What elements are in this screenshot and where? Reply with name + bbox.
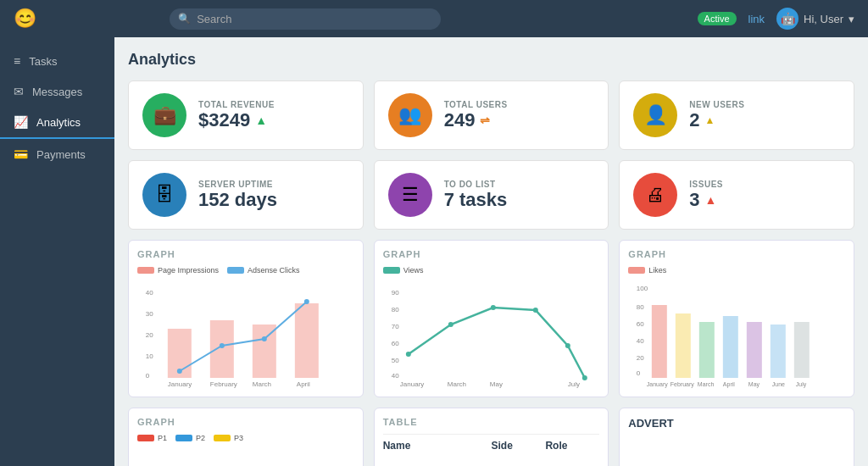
graphs-row: GRAPH Page Impressions Adsense Clicks 40 bbox=[128, 240, 854, 397]
todo-icon: ☰ bbox=[388, 173, 432, 217]
main-content: Analytics 💼 TOTAL REVENUE $3249 ▲ 👥 TOTA… bbox=[114, 37, 868, 466]
table-col-side: Side bbox=[491, 440, 545, 452]
avatar: 🤖 bbox=[776, 8, 798, 30]
sidebar-item-label: Analytics bbox=[36, 116, 81, 129]
svg-text:February: February bbox=[670, 381, 695, 388]
svg-text:100: 100 bbox=[637, 285, 648, 292]
svg-text:May: May bbox=[748, 381, 760, 388]
svg-rect-45 bbox=[794, 322, 810, 378]
legend-item-clicks: Adsense Clicks bbox=[227, 266, 300, 275]
svg-text:July: July bbox=[796, 381, 807, 388]
svg-text:January: January bbox=[647, 381, 668, 388]
svg-text:40: 40 bbox=[391, 372, 398, 380]
todo-label: TO DO LIST bbox=[444, 180, 595, 189]
svg-text:40: 40 bbox=[146, 289, 153, 297]
svg-point-11 bbox=[262, 336, 267, 341]
svg-text:60: 60 bbox=[637, 320, 644, 328]
svg-text:April: April bbox=[723, 381, 735, 388]
stat-card-server-uptime: 🗄 SERVER UPTIME 152 days bbox=[128, 160, 364, 230]
svg-text:0: 0 bbox=[637, 369, 641, 377]
new-users-icon: 👤 bbox=[633, 93, 677, 137]
bottom-row: GRAPH P1 P2 P3 bbox=[128, 408, 854, 466]
table-col-name: Name bbox=[383, 440, 492, 452]
topnav-right: Active link 🤖 Hi, User ▾ bbox=[698, 8, 854, 30]
legend-item-views: Views bbox=[383, 266, 424, 275]
issues-indicator: ▲ bbox=[705, 193, 717, 207]
graph-card-1: GRAPH Page Impressions Adsense Clicks 40 bbox=[128, 240, 364, 397]
status-badge: Active bbox=[698, 12, 737, 25]
svg-text:April: April bbox=[297, 380, 310, 388]
revenue-indicator: ▲ bbox=[255, 114, 267, 127]
advert-card: ADVERT bbox=[619, 408, 854, 466]
link-button[interactable]: link bbox=[748, 13, 765, 25]
tasks-icon: ≡ bbox=[14, 54, 20, 68]
svg-text:20: 20 bbox=[637, 354, 644, 362]
svg-rect-8 bbox=[295, 303, 319, 378]
sidebar-item-label: Tasks bbox=[29, 55, 57, 68]
todo-value: 7 tasks bbox=[444, 189, 595, 211]
clicks-color bbox=[227, 267, 244, 274]
issues-label: ISSUES bbox=[689, 180, 840, 189]
revenue-value: $3249 ▲ bbox=[198, 109, 349, 131]
svg-point-10 bbox=[220, 343, 225, 348]
likes-label: Likes bbox=[648, 266, 666, 275]
table-col-role: Role bbox=[545, 440, 599, 452]
clicks-label: Adsense Clicks bbox=[248, 266, 300, 275]
svg-text:90: 90 bbox=[391, 289, 398, 297]
svg-point-26 bbox=[532, 308, 537, 313]
graph2-title: GRAPH bbox=[383, 249, 600, 259]
sidebar-item-label: Messages bbox=[32, 86, 82, 98]
search-input[interactable] bbox=[170, 8, 441, 30]
graph1-title: GRAPH bbox=[137, 249, 354, 259]
bottom-graph-legend: P1 P2 P3 bbox=[137, 434, 354, 442]
server-value: 152 days bbox=[198, 189, 349, 211]
svg-text:80: 80 bbox=[391, 306, 398, 313]
main-layout: ≡ Tasks ✉ Messages 📈 Analytics 💳 Payment… bbox=[0, 37, 868, 466]
svg-text:January: January bbox=[168, 380, 192, 388]
users-icon: 👥 bbox=[388, 93, 432, 137]
new-users-value: 2 ▲ bbox=[689, 109, 840, 131]
legend-item-likes: Likes bbox=[628, 266, 666, 275]
search-icon: 🔍 bbox=[178, 13, 191, 25]
users-indicator: ⇌ bbox=[480, 114, 490, 127]
svg-rect-6 bbox=[210, 320, 234, 378]
bottom-graph-card: GRAPH P1 P2 P3 bbox=[128, 408, 364, 466]
svg-point-12 bbox=[304, 299, 309, 304]
legend-p2: P2 bbox=[175, 434, 205, 442]
svg-text:40: 40 bbox=[637, 337, 644, 345]
svg-text:May: May bbox=[489, 380, 502, 388]
sidebar-item-tasks[interactable]: ≡ Tasks bbox=[0, 46, 114, 76]
advert-title: ADVERT bbox=[628, 417, 845, 430]
new-users-indicator: ▲ bbox=[705, 114, 715, 126]
stat-card-new-users: 👤 NEW USERS 2 ▲ bbox=[619, 80, 854, 150]
stat-cards-row2: 🗄 SERVER UPTIME 152 days ☰ TO DO LIST 7 … bbox=[128, 160, 854, 230]
logo-icon: 😊 bbox=[14, 8, 36, 30]
svg-text:50: 50 bbox=[391, 357, 398, 364]
users-value: 249 ⇌ bbox=[444, 109, 595, 131]
svg-text:10: 10 bbox=[146, 352, 153, 360]
chevron-down-icon: ▾ bbox=[849, 13, 854, 25]
legend-p1: P1 bbox=[137, 434, 167, 442]
svg-text:March: March bbox=[698, 381, 715, 387]
sidebar-item-analytics[interactable]: 📈 Analytics bbox=[0, 107, 114, 139]
graph3-title: GRAPH bbox=[628, 249, 845, 259]
impressions-color bbox=[137, 267, 154, 274]
svg-point-24 bbox=[448, 322, 453, 327]
table-header: Name Side Role bbox=[383, 434, 600, 452]
svg-point-23 bbox=[405, 352, 410, 357]
svg-text:February: February bbox=[210, 380, 237, 388]
sidebar-item-messages[interactable]: ✉ Messages bbox=[0, 76, 114, 107]
svg-text:30: 30 bbox=[146, 310, 153, 318]
table-title: TABLE bbox=[383, 417, 600, 427]
likes-color bbox=[628, 267, 645, 274]
views-label: Views bbox=[403, 266, 424, 275]
sidebar-item-payments[interactable]: 💳 Payments bbox=[0, 139, 114, 169]
legend-p3: P3 bbox=[214, 434, 243, 442]
svg-text:0: 0 bbox=[146, 372, 150, 380]
user-menu[interactable]: 🤖 Hi, User ▾ bbox=[776, 8, 854, 30]
users-label: TOTAL USERS bbox=[444, 100, 595, 109]
svg-text:20: 20 bbox=[146, 331, 153, 339]
svg-text:March: March bbox=[253, 380, 271, 388]
svg-point-28 bbox=[581, 375, 587, 380]
views-color bbox=[383, 267, 400, 274]
